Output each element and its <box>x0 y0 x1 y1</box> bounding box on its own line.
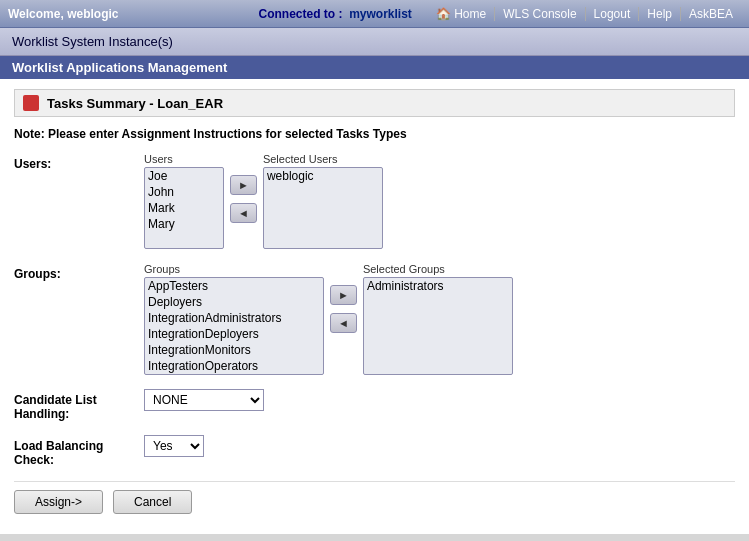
groups-list-label: Groups <box>144 263 324 275</box>
title-bar: Worklist Applications Management <box>0 56 749 79</box>
users-remove-button[interactable]: ◄ <box>230 203 257 223</box>
groups-label: Groups: <box>14 263 144 281</box>
users-row: Users: Users JoeJohnMarkMary ► ◄ Selecte… <box>14 153 735 249</box>
groups-selected-list[interactable]: Administrators <box>363 277 513 375</box>
load-balancing-control: YesNo <box>144 435 204 457</box>
users-arrows: ► ◄ <box>230 173 257 225</box>
users-selected-label: Selected Users <box>263 153 383 165</box>
instance-bar: Worklist System Instance(s) <box>0 28 749 56</box>
users-section: Users JoeJohnMarkMary ► ◄ Selected Users… <box>144 153 383 249</box>
groups-selected-label: Selected Groups <box>363 263 513 275</box>
section-title-row: Tasks Summary - Loan_EAR <box>14 89 735 117</box>
groups-row: Groups: Groups AppTestersDeployersIntegr… <box>14 263 735 375</box>
section-icon <box>23 95 39 111</box>
welcome-text: Welcome, weblogic <box>8 7 258 21</box>
candidate-list-control: NONEONCEALWAYS <box>144 389 264 411</box>
title-bar-label: Worklist Applications Management <box>12 60 227 75</box>
home-icon: 🏠 <box>436 7 451 21</box>
note-text: Note: Please enter Assignment Instructio… <box>14 127 735 141</box>
candidate-list-dropdown[interactable]: NONEONCEALWAYS <box>144 389 264 411</box>
section-title: Tasks Summary - Loan_EAR <box>47 96 223 111</box>
users-selected-list[interactable]: weblogic <box>263 167 383 249</box>
users-selected-col: Selected Users weblogic <box>263 153 383 249</box>
candidate-list-row: Candidate List Handling: NONEONCEALWAYS <box>14 389 735 421</box>
logout-link[interactable]: Logout <box>585 7 639 21</box>
buttons-bar: Assign-> Cancel <box>14 481 735 514</box>
help-link[interactable]: Help <box>638 7 680 21</box>
users-label: Users: <box>14 153 144 171</box>
load-balancing-row: Load Balancing Check: YesNo <box>14 435 735 467</box>
groups-add-button[interactable]: ► <box>330 285 357 305</box>
assign-button[interactable]: Assign-> <box>14 490 103 514</box>
connected-text: Connected to : myworklist <box>258 7 411 21</box>
groups-available-col: Groups AppTestersDeployersIntegrationAdm… <box>144 263 324 375</box>
users-list-label: Users <box>144 153 224 165</box>
groups-list[interactable]: AppTestersDeployersIntegrationAdministra… <box>144 277 324 375</box>
users-add-button[interactable]: ► <box>230 175 257 195</box>
groups-selected-col: Selected Groups Administrators <box>363 263 513 375</box>
groups-section: Groups AppTestersDeployersIntegrationAdm… <box>144 263 513 375</box>
wls-console-link[interactable]: WLS Console <box>494 7 584 21</box>
cancel-button[interactable]: Cancel <box>113 490 192 514</box>
main-content: Tasks Summary - Loan_EAR Note: Please en… <box>0 79 749 534</box>
load-balancing-dropdown[interactable]: YesNo <box>144 435 204 457</box>
load-balancing-label: Load Balancing Check: <box>14 435 144 467</box>
users-list[interactable]: JoeJohnMarkMary <box>144 167 224 249</box>
header-nav: 🏠 Home WLS Console Logout Help AskBEA <box>428 7 741 21</box>
askbea-link[interactable]: AskBEA <box>680 7 741 21</box>
home-link[interactable]: 🏠 Home <box>428 7 494 21</box>
groups-arrows: ► ◄ <box>330 283 357 335</box>
header-bar: Welcome, weblogic Connected to : myworkl… <box>0 0 749 28</box>
users-available-col: Users JoeJohnMarkMary <box>144 153 224 249</box>
instance-label: Worklist System Instance(s) <box>12 34 173 49</box>
groups-remove-button[interactable]: ◄ <box>330 313 357 333</box>
candidate-list-label: Candidate List Handling: <box>14 389 144 421</box>
